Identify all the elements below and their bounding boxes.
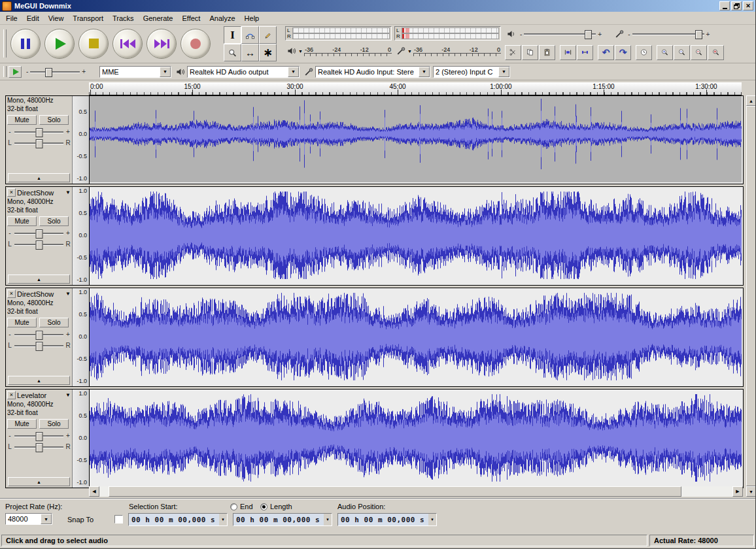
vertical-ruler[interactable]: 1.00.50.0-0.5-1.0 xyxy=(73,95,90,184)
playback-meter-dropdown-icon[interactable]: ▼ xyxy=(298,49,303,54)
horizontal-scrollbar-track[interactable] xyxy=(99,486,732,497)
pause-button[interactable] xyxy=(10,29,41,59)
horizontal-scrollbar[interactable]: ◀ ▶ xyxy=(89,486,743,497)
solo-button[interactable]: Solo xyxy=(39,115,69,125)
scroll-up-icon[interactable]: ▲ xyxy=(746,95,756,106)
solo-button[interactable]: Solo xyxy=(39,318,69,327)
trim-audio-button[interactable] xyxy=(560,45,576,60)
length-radio[interactable] xyxy=(260,503,267,510)
pan-slider[interactable] xyxy=(14,139,63,148)
track-close-button[interactable]: × xyxy=(7,391,16,399)
menu-file[interactable]: File xyxy=(1,13,22,24)
time-dropdown-arrow-icon[interactable]: ▼ xyxy=(324,514,332,525)
gain-slider[interactable] xyxy=(14,431,63,441)
menu-generate[interactable]: Generate xyxy=(139,13,178,24)
zoom-out-button[interactable] xyxy=(674,45,690,60)
multi-tool-button[interactable]: ∗ xyxy=(259,44,277,61)
output-device-select[interactable]: Realtek HD Audio output ▼ xyxy=(187,66,300,78)
collapse-button[interactable]: ▲ xyxy=(8,477,70,486)
time-dropdown-arrow-icon[interactable]: ▼ xyxy=(219,514,227,525)
playback-meter[interactable]: L R xyxy=(285,26,392,41)
mute-button[interactable]: Mute xyxy=(7,115,37,125)
recording-meter-dropdown-icon[interactable]: ▼ xyxy=(407,49,412,54)
vertical-ruler[interactable]: 1.00.50.0-0.5-1.0 xyxy=(73,288,90,386)
recording-meter[interactable]: L R xyxy=(394,26,501,41)
redo-button[interactable]: ↷ xyxy=(615,45,631,60)
toolbar-grip[interactable] xyxy=(3,66,7,77)
pan-slider[interactable] xyxy=(14,341,63,350)
collapse-button[interactable]: ▲ xyxy=(8,173,70,182)
fit-selection-button[interactable] xyxy=(691,45,707,60)
zoom-tool-button[interactable] xyxy=(224,44,241,61)
restore-button[interactable] xyxy=(731,1,742,10)
draw-tool-button[interactable] xyxy=(259,26,277,44)
track-menu-arrow-icon[interactable]: ▼ xyxy=(65,190,71,195)
paste-button[interactable] xyxy=(539,45,555,60)
track-close-button[interactable]: × xyxy=(7,188,16,197)
track-waveform-area[interactable] xyxy=(90,390,743,488)
record-button[interactable] xyxy=(180,29,211,59)
time-dropdown-arrow-icon[interactable]: ▼ xyxy=(428,514,436,525)
vertical-ruler[interactable]: 1.00.50.0-0.5-1.0 xyxy=(73,390,90,488)
undo-button[interactable]: ↶ xyxy=(598,45,614,60)
vertical-ruler[interactable]: 1.00.50.0-0.5-1.0 xyxy=(73,187,90,285)
selection-length-field[interactable]: 00 h 00 m 00,000 s ▼ xyxy=(233,513,332,526)
waveform[interactable] xyxy=(90,187,742,284)
input-device-select[interactable]: Realtek HD Audio Input: Stere ▼ xyxy=(315,66,430,78)
play-button[interactable] xyxy=(44,29,75,59)
sync-lock-button[interactable] xyxy=(636,45,652,60)
menu-help[interactable]: Help xyxy=(240,13,264,24)
play-at-speed-button[interactable] xyxy=(9,66,22,78)
snap-to-checkbox[interactable] xyxy=(114,515,123,524)
rewind-button[interactable] xyxy=(112,29,143,59)
audio-host-select[interactable]: MME ▼ xyxy=(99,66,171,78)
silence-audio-button[interactable] xyxy=(577,45,593,60)
menu-effect[interactable]: Effect xyxy=(178,13,205,24)
playback-speed-slider[interactable] xyxy=(30,67,80,76)
stop-button[interactable] xyxy=(78,29,109,59)
vertical-scrollbar[interactable]: ▲ ▼ xyxy=(746,95,756,497)
selection-start-field[interactable]: 00 h 00 m 00,000 s ▼ xyxy=(128,513,228,526)
menu-edit[interactable]: Edit xyxy=(22,13,44,24)
mute-button[interactable]: Mute xyxy=(7,318,37,327)
scroll-down-icon[interactable]: ▼ xyxy=(746,486,756,497)
waveform[interactable] xyxy=(90,390,742,486)
timeshift-tool-button[interactable]: ↔ xyxy=(241,44,259,61)
vertical-scrollbar-thumb[interactable] xyxy=(746,106,756,486)
envelope-tool-button[interactable] xyxy=(241,26,259,44)
gain-slider[interactable] xyxy=(14,127,63,137)
track-menu-arrow-icon[interactable]: ▼ xyxy=(65,392,71,398)
project-rate-select[interactable]: 48000 ▼ xyxy=(5,513,52,525)
collapse-button[interactable]: ▲ xyxy=(8,376,70,385)
mute-button[interactable]: Mute xyxy=(7,216,37,226)
input-channels-select[interactable]: 2 (Stereo) Input C ▼ xyxy=(433,66,510,78)
menu-view[interactable]: View xyxy=(44,13,69,24)
track-name[interactable]: DirectShow xyxy=(17,189,64,197)
gain-slider[interactable] xyxy=(14,330,63,339)
microphone-icon[interactable] xyxy=(394,45,407,57)
menu-tracks[interactable]: Tracks xyxy=(108,13,139,24)
mute-button[interactable]: Mute xyxy=(7,419,37,429)
collapse-button[interactable]: ▲ xyxy=(8,274,70,284)
zoom-in-button[interactable] xyxy=(657,45,673,60)
speaker-icon[interactable] xyxy=(285,45,298,57)
cut-button[interactable] xyxy=(505,45,521,60)
timeline-ruler[interactable]: 0:0015:0030:0045:001:00:001:15:001:30:00 xyxy=(89,82,742,95)
vertical-scrollbar-track[interactable] xyxy=(746,106,756,486)
waveform[interactable] xyxy=(90,95,742,182)
solo-button[interactable]: Solo xyxy=(39,216,69,226)
solo-button[interactable]: Solo xyxy=(39,419,69,429)
close-button[interactable]: ✕ xyxy=(743,1,753,10)
menu-transport[interactable]: Transport xyxy=(68,13,108,24)
audio-position-field[interactable]: 00 h 00 m 00,000 s ▼ xyxy=(337,513,437,526)
menu-analyze[interactable]: Analyze xyxy=(205,13,239,24)
end-radio[interactable] xyxy=(230,503,237,510)
gain-slider[interactable] xyxy=(14,229,63,238)
track-name[interactable]: DirectShow xyxy=(17,290,64,298)
input-volume-slider[interactable] xyxy=(632,29,704,39)
track-waveform-area[interactable] xyxy=(90,187,743,285)
track-name[interactable]: Levelator xyxy=(17,391,64,399)
selection-tool-button[interactable]: I xyxy=(224,26,241,44)
track-waveform-area[interactable] xyxy=(90,95,743,184)
track-menu-arrow-icon[interactable]: ▼ xyxy=(65,291,71,297)
